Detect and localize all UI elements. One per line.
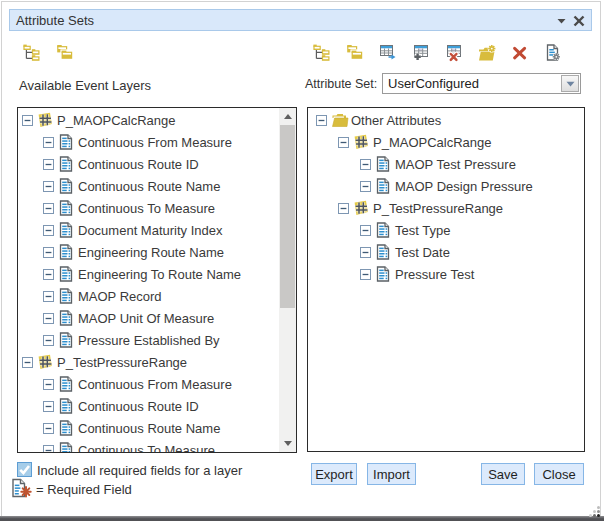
delete-button[interactable]	[511, 44, 529, 62]
tree-expander-minus[interactable]	[43, 137, 54, 148]
scrollbar-up-button[interactable]	[279, 108, 296, 125]
tree-item[interactable]: Continuous Route Name	[18, 417, 279, 439]
tree-expander-minus[interactable]	[22, 357, 33, 368]
field-icon	[58, 332, 74, 348]
tree-item[interactable]: Pressure Established By	[18, 329, 279, 351]
tree-item[interactable]: P_MAOPCalcRange	[18, 109, 279, 131]
event-layer-icon	[353, 200, 369, 216]
tree-expander-minus[interactable]	[43, 159, 54, 170]
field-icon	[58, 310, 74, 326]
tree-item[interactable]: Continuous To Measure	[18, 439, 279, 453]
tree-item[interactable]: Engineering Route Name	[18, 241, 279, 263]
tree-expander-minus[interactable]	[43, 335, 54, 346]
tree-item[interactable]: Continuous Route ID	[18, 395, 279, 417]
close-dialog-button[interactable]: Close	[534, 463, 584, 485]
close-button[interactable]	[571, 10, 587, 32]
tree-item[interactable]: Continuous To Measure	[18, 197, 279, 219]
tree-expander-minus[interactable]	[43, 225, 54, 236]
tree-expander-minus[interactable]	[43, 379, 54, 390]
tree-expander-minus[interactable]	[338, 137, 349, 148]
tree-expander-minus[interactable]	[360, 225, 371, 236]
attribute-set-label: Attribute Set:	[305, 77, 377, 91]
field-icon	[58, 134, 74, 150]
table-remove-icon	[445, 44, 463, 62]
tree-rows: Other Attributes P_MAOPCalcRange MAOP Te…	[308, 109, 584, 285]
remove-table-button[interactable]	[445, 44, 463, 62]
export-button[interactable]: Export	[311, 463, 357, 485]
tree-expander-minus[interactable]	[43, 445, 54, 454]
tree-expander-minus[interactable]	[43, 401, 54, 412]
tree-item[interactable]: Test Date	[308, 241, 584, 263]
tree-item[interactable]: Other Attributes	[308, 109, 584, 131]
required-field-legend: = Required Field	[36, 482, 132, 497]
tree-item[interactable]: Document Maturity Index	[18, 219, 279, 241]
save-attribute-set-button[interactable]	[478, 44, 496, 62]
window-bottom-edge	[0, 516, 604, 521]
tree-item[interactable]: Engineering To Route Name	[18, 263, 279, 285]
tree-item[interactable]: Pressure Test	[308, 263, 584, 285]
tree-item[interactable]: Continuous From Measure	[18, 373, 279, 395]
export-table-button[interactable]	[379, 44, 397, 62]
save-button[interactable]: Save	[481, 463, 525, 485]
tree-item[interactable]: Test Type	[308, 219, 584, 241]
tree-expander-minus[interactable]	[360, 159, 371, 170]
tree-expander-minus[interactable]	[338, 203, 349, 214]
tree-item-label: Engineering To Route Name	[78, 266, 241, 282]
tree-item[interactable]: Continuous Route Name	[18, 175, 279, 197]
tree-item-label: Other Attributes	[351, 112, 441, 128]
tree-expander-minus[interactable]	[43, 247, 54, 258]
tree-item[interactable]: P_TestPressureRange	[308, 197, 584, 219]
tree-item-label: P_MAOPCalcRange	[57, 112, 176, 128]
vertical-scrollbar[interactable]	[279, 108, 296, 452]
add-table-button[interactable]	[412, 44, 430, 62]
tree-item[interactable]: P_MAOPCalcRange	[308, 131, 584, 153]
field-icon	[58, 376, 74, 392]
collapse-button[interactable]	[553, 10, 569, 32]
field-icon	[375, 222, 391, 238]
tree-expander-minus[interactable]	[43, 203, 54, 214]
tree-expander-minus[interactable]	[43, 423, 54, 434]
field-icon	[58, 266, 74, 282]
new-attribute-set-button[interactable]	[313, 44, 331, 62]
tree-item[interactable]: MAOP Unit Of Measure	[18, 307, 279, 329]
tree-item[interactable]: P_TestPressureRange	[18, 351, 279, 373]
tree-item[interactable]: MAOP Design Pressure	[308, 175, 584, 197]
tree-expander-minus[interactable]	[360, 181, 371, 192]
scrollbar-down-button[interactable]	[279, 435, 296, 452]
scrollbar-thumb[interactable]	[280, 125, 295, 308]
tree-expander-minus[interactable]	[43, 313, 54, 324]
properties-button[interactable]	[544, 44, 562, 62]
tree-item-label: Continuous Route ID	[78, 398, 199, 414]
tree-item[interactable]: Continuous Route ID	[18, 153, 279, 175]
tree-item-label: Pressure Established By	[78, 332, 220, 348]
open-folder-icon	[331, 112, 347, 128]
tree-expander-minus[interactable]	[43, 291, 54, 302]
tree-expander-minus[interactable]	[360, 269, 371, 280]
tree-expander-minus[interactable]	[22, 115, 33, 126]
event-layer-icon	[37, 354, 53, 370]
include-required-fields-label: Include all required fields for a layer	[37, 463, 242, 478]
attribute-set-combobox[interactable]: UserConfigured	[382, 73, 581, 94]
tree-item-label: Pressure Test	[395, 266, 474, 282]
group-layers-button[interactable]	[56, 44, 74, 62]
arrow-down-icon	[284, 441, 292, 446]
tree-item[interactable]: MAOP Test Pressure	[308, 153, 584, 175]
tree-expander-minus[interactable]	[43, 181, 54, 192]
titlebar[interactable]: Attribute Sets	[9, 9, 592, 31]
tree-expander-minus[interactable]	[360, 247, 371, 258]
tree-expander-minus[interactable]	[316, 115, 327, 126]
tree-item-label: MAOP Record	[78, 288, 162, 304]
field-icon	[58, 244, 74, 260]
load-event-layers-button[interactable]	[23, 44, 41, 62]
folders-icon	[346, 44, 364, 62]
copy-attribute-set-button[interactable]	[346, 44, 364, 62]
tree-expander-minus[interactable]	[43, 269, 54, 280]
combobox-dropdown-button[interactable]	[561, 75, 579, 92]
tree-item[interactable]: MAOP Record	[18, 285, 279, 307]
import-button[interactable]: Import	[367, 463, 416, 485]
include-required-fields-checkbox[interactable]	[17, 462, 32, 477]
tree-item-label: Continuous Route Name	[78, 420, 220, 436]
attribute-set-tree: Other Attributes P_MAOPCalcRange MAOP Te…	[307, 107, 585, 452]
tree-item-label: Continuous From Measure	[78, 134, 232, 150]
tree-item[interactable]: Continuous From Measure	[18, 131, 279, 153]
